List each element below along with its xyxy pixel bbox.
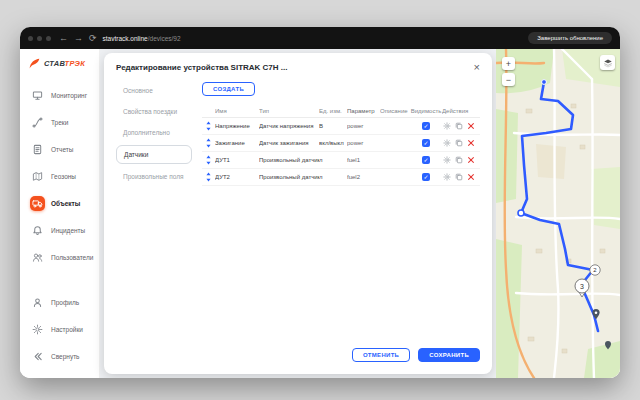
url-bar[interactable]: stavtrack.online/devices/92 bbox=[103, 35, 181, 42]
create-sensor-button[interactable]: СОЗДАТЬ bbox=[202, 82, 255, 96]
route-start-marker[interactable] bbox=[542, 80, 547, 85]
sidebar-item-bell[interactable]: Инциденты bbox=[20, 217, 99, 244]
visibility-cell: ✓ bbox=[410, 139, 442, 147]
sidebar-item-label: Свернуть bbox=[51, 353, 80, 360]
sensor-unit: л bbox=[319, 174, 347, 180]
window-controls[interactable] bbox=[28, 36, 51, 41]
sensor-type: Произвольный датчик bbox=[259, 174, 319, 180]
modal-body: ОсновноеСвойства поездкиДополнительноДат… bbox=[116, 82, 480, 362]
sensor-delete-icon[interactable] bbox=[466, 156, 475, 165]
column-header: Описание bbox=[380, 108, 410, 114]
sensor-type: Произвольный датчик bbox=[259, 157, 319, 163]
reorder-handle-icon[interactable] bbox=[202, 121, 215, 131]
visibility-cell: ✓ bbox=[410, 122, 442, 130]
back-icon[interactable]: ← bbox=[59, 34, 68, 43]
sidebar-menu: МониторингТрекиОтчетыГеозоныОбъектыИнцид… bbox=[20, 82, 99, 271]
reorder-handle-icon[interactable] bbox=[202, 155, 215, 165]
desktop-background: ← → ⟳ stavtrack.online/devices/92 Заверш… bbox=[0, 0, 640, 400]
reorder-handle-icon[interactable] bbox=[202, 172, 215, 182]
visibility-checkbox[interactable]: ✓ bbox=[422, 122, 430, 130]
sensor-delete-icon[interactable] bbox=[466, 139, 475, 148]
sensor-copy-icon[interactable] bbox=[454, 122, 463, 131]
reload-icon[interactable]: ⟳ bbox=[89, 34, 97, 43]
sidebar-item-reports[interactable]: Отчеты bbox=[20, 136, 99, 163]
sensor-delete-icon[interactable] bbox=[466, 173, 475, 182]
modal-tab-1[interactable]: Основное bbox=[116, 82, 192, 99]
visibility-checkbox[interactable]: ✓ bbox=[422, 139, 430, 147]
save-button[interactable]: СОХРАНИТЬ bbox=[418, 348, 480, 362]
modal-tab-3[interactable]: Дополнительно bbox=[116, 124, 192, 141]
brand-logo[interactable]: СТАВТРЭК bbox=[20, 57, 99, 82]
visibility-checkbox[interactable]: ✓ bbox=[422, 173, 430, 181]
sensor-settings-icon[interactable] bbox=[442, 156, 451, 165]
sensor-unit: вкл/выкл bbox=[319, 140, 347, 146]
main-area: Редактирование устройства SITRAK C7H ...… bbox=[100, 49, 496, 378]
browser-window: ← → ⟳ stavtrack.online/devices/92 Заверш… bbox=[20, 27, 620, 378]
cancel-button[interactable]: ОТМЕНИТЬ bbox=[352, 348, 410, 362]
reports-icon bbox=[30, 142, 45, 157]
waypoint-marker[interactable] bbox=[518, 210, 524, 216]
logo-swoosh-icon bbox=[28, 57, 41, 70]
sensor-param: power bbox=[347, 123, 380, 129]
sensor-row: НапряжениеДатчик напряженияВpower✓ bbox=[202, 118, 480, 135]
actions-cell bbox=[442, 139, 478, 148]
sensor-type: Датчик зажигания bbox=[259, 140, 319, 146]
sidebar-item-settings[interactable]: Настройки bbox=[20, 316, 99, 343]
sidebar-item-tracks[interactable]: Треки bbox=[20, 109, 99, 136]
zoom-out-button[interactable]: − bbox=[502, 73, 515, 86]
sidebar-item-monitor[interactable]: Мониторинг bbox=[20, 82, 99, 109]
forward-icon[interactable]: → bbox=[74, 34, 83, 43]
reorder-handle-icon[interactable] bbox=[202, 138, 215, 148]
sidebar-item-label: Отчеты bbox=[51, 146, 73, 153]
sensor-copy-icon[interactable] bbox=[454, 156, 463, 165]
sidebar-item-label: Настройки bbox=[51, 326, 83, 333]
app-content: СТАВТРЭК МониторингТрекиОтчетыГеозоныОбъ… bbox=[20, 49, 620, 378]
sidebar-footer: ПрофильНастройкиСвернуть bbox=[20, 289, 99, 370]
map-panel[interactable]: 2 3 + − bbox=[496, 49, 620, 378]
sidebar-item-collapse[interactable]: Свернуть bbox=[20, 343, 99, 370]
sidebar-item-profile[interactable]: Профиль bbox=[20, 289, 99, 316]
column-header: Параметр bbox=[347, 108, 380, 114]
finish-update-button[interactable]: Завершить обновление bbox=[528, 32, 612, 44]
sidebar-item-users[interactable]: Пользователи bbox=[20, 244, 99, 271]
sensor-settings-icon[interactable] bbox=[442, 122, 451, 131]
sensor-name: Зажигание bbox=[215, 140, 259, 146]
sensor-param: fuel2 bbox=[347, 174, 380, 180]
column-header: Ед. изм. bbox=[319, 108, 347, 114]
modal-header: Редактирование устройства SITRAK C7H ...… bbox=[116, 63, 480, 72]
sensor-row: ЗажиганиеДатчик зажиганиявкл/выклpower✓ bbox=[202, 135, 480, 152]
profile-icon bbox=[30, 295, 45, 310]
sensor-unit: л bbox=[319, 157, 347, 163]
sidebar-item-geozones[interactable]: Геозоны bbox=[20, 163, 99, 190]
sensor-delete-icon[interactable] bbox=[466, 122, 475, 131]
sidebar-item-label: Объекты bbox=[51, 200, 80, 207]
zoom-in-button[interactable]: + bbox=[502, 57, 515, 70]
close-icon[interactable]: × bbox=[474, 63, 480, 72]
geozones-icon bbox=[30, 169, 45, 184]
sidebar-item-truck[interactable]: Объекты bbox=[20, 190, 99, 217]
sensor-param: power bbox=[347, 140, 380, 146]
sensor-settings-icon[interactable] bbox=[442, 173, 451, 182]
column-header: Тип bbox=[259, 108, 319, 114]
actions-cell bbox=[442, 173, 478, 182]
sensor-settings-icon[interactable] bbox=[442, 139, 451, 148]
sensor-name: ДУТ2 bbox=[215, 174, 259, 180]
sensor-copy-icon[interactable] bbox=[454, 173, 463, 182]
table-body: НапряжениеДатчик напряженияВpower✓Зажига… bbox=[202, 118, 480, 186]
sensor-copy-icon[interactable] bbox=[454, 139, 463, 148]
truck-icon bbox=[30, 196, 45, 211]
visibility-cell: ✓ bbox=[410, 173, 442, 181]
column-header: Действия bbox=[442, 108, 478, 114]
url-path: /devices/92 bbox=[148, 35, 181, 42]
svg-text:3: 3 bbox=[580, 283, 584, 290]
sensors-table: ИмяТипЕд. изм.ПараметрОписаниеВидимостьД… bbox=[202, 105, 480, 186]
sensor-name: ДУТ1 bbox=[215, 157, 259, 163]
cluster-marker-2[interactable]: 2 bbox=[590, 265, 600, 275]
modal-tab-2[interactable]: Свойства поездки bbox=[116, 103, 192, 120]
map-canvas[interactable]: 2 3 bbox=[496, 49, 620, 378]
modal-tab-4[interactable]: Датчики bbox=[116, 145, 192, 164]
modal-tab-5[interactable]: Произвольные поля bbox=[116, 168, 192, 185]
layers-button[interactable] bbox=[600, 55, 615, 70]
zoom-controls: + − bbox=[502, 57, 515, 86]
visibility-checkbox[interactable]: ✓ bbox=[422, 156, 430, 164]
